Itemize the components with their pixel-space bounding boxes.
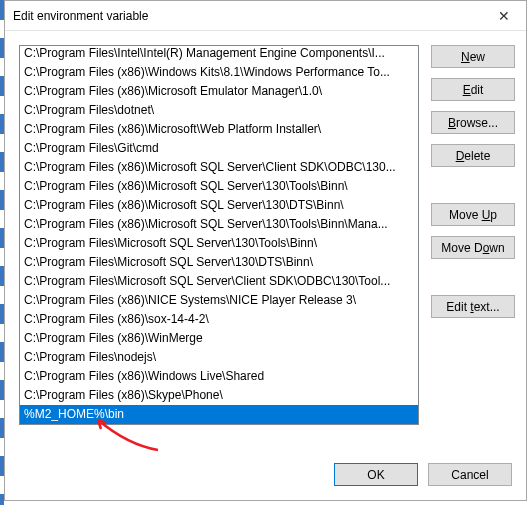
path-list-item[interactable]: C:\Program Files\Git\cmd [20,139,418,158]
window-title: Edit environment variable [13,9,148,23]
path-list-item[interactable]: C:\Program Files (x86)\Microsoft SQL Ser… [20,177,418,196]
path-list-item[interactable]: C:\Program Files\Intel\Intel(R) Manageme… [20,46,418,63]
ok-button[interactable]: OK [334,463,418,486]
path-list-container: C:\Program Files\Intel\Intel(R) Manageme… [19,45,419,425]
path-list[interactable]: C:\Program Files\Intel\Intel(R) Manageme… [20,46,418,424]
path-list-item[interactable]: C:\Program Files (x86)\sox-14-4-2\ [20,310,418,329]
edit-text-button[interactable]: Edit text... [431,295,515,318]
new-button[interactable]: New [431,45,515,68]
path-list-item[interactable]: C:\Program Files (x86)\WinMerge [20,329,418,348]
close-icon: ✕ [498,8,510,24]
content-area: C:\Program Files\Intel\Intel(R) Manageme… [19,45,512,486]
path-list-item[interactable]: C:\Program Files (x86)\Microsoft SQL Ser… [20,158,418,177]
path-list-item[interactable]: C:\Program Files\Microsoft SQL Server\13… [20,234,418,253]
path-list-item[interactable]: C:\Program Files\nodejs\ [20,348,418,367]
dialog-buttons: OK Cancel [334,463,512,486]
move-down-button[interactable]: Move Down [431,236,515,259]
path-list-item[interactable]: C:\Program Files (x86)\NICE Systems\NICE… [20,291,418,310]
path-list-item[interactable]: C:\Program Files\Microsoft SQL Server\Cl… [20,272,418,291]
edit-button[interactable]: Edit [431,78,515,101]
browse-button[interactable]: Browse... [431,111,515,134]
path-list-item[interactable]: %M2_HOME%\bin [20,405,418,424]
path-list-item[interactable]: C:\Program Files (x86)\Microsoft SQL Ser… [20,196,418,215]
path-list-item[interactable]: C:\Program Files (x86)\Windows Live\Shar… [20,367,418,386]
path-list-item[interactable]: C:\Program Files (x86)\Windows Kits\8.1\… [20,63,418,82]
dialog-window: Edit environment variable ✕ C:\Program F… [4,0,527,501]
path-list-item[interactable]: C:\Program Files (x86)\Skype\Phone\ [20,386,418,405]
button-column: New Edit Browse... Delete Move Up Move D… [431,45,515,328]
path-list-item[interactable]: C:\Program Files (x86)\Microsoft Emulato… [20,82,418,101]
path-list-item[interactable]: C:\Program Files\dotnet\ [20,101,418,120]
path-list-item[interactable]: C:\Program Files (x86)\Microsoft\Web Pla… [20,120,418,139]
cancel-button[interactable]: Cancel [428,463,512,486]
path-list-item[interactable]: C:\Program Files (x86)\Microsoft SQL Ser… [20,215,418,234]
move-up-button[interactable]: Move Up [431,203,515,226]
titlebar: Edit environment variable ✕ [5,1,526,31]
path-list-item[interactable]: C:\Program Files\Microsoft SQL Server\13… [20,253,418,272]
close-button[interactable]: ✕ [481,1,526,30]
delete-button[interactable]: Delete [431,144,515,167]
